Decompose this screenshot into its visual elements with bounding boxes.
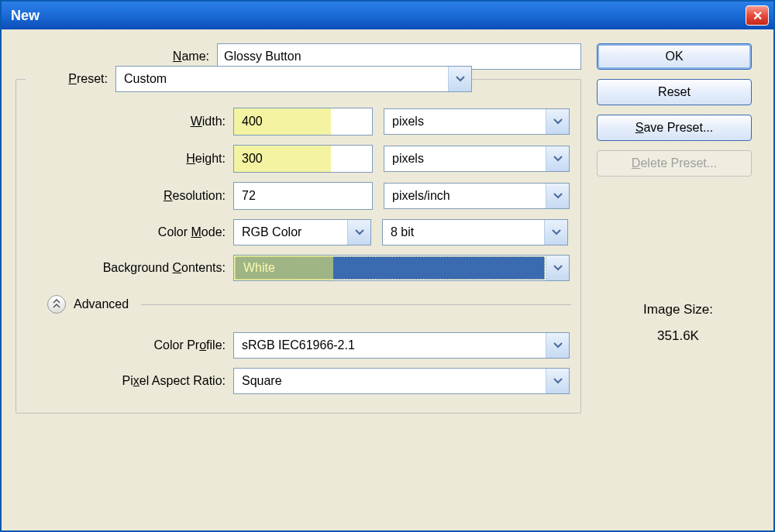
dialog-body: Name: Preset: Custom Width:: [2, 29, 773, 421]
close-button[interactable]: ✕: [746, 5, 769, 26]
advanced-toggle-row: Advanced: [47, 295, 571, 314]
reset-button[interactable]: Reset: [597, 79, 752, 105]
new-dialog: New ✕ Name: Preset: Custom: [0, 0, 775, 532]
colormode-label: Color Mode:: [26, 225, 233, 239]
save-preset-button[interactable]: Save Preset...: [597, 115, 752, 141]
pixelaspect-value: Square: [234, 369, 546, 393]
colormode-value: RGB Color: [234, 220, 347, 245]
background-row: Background Contents: White: [26, 255, 571, 281]
divider: [141, 304, 571, 305]
colormode-select[interactable]: RGB Color: [233, 219, 371, 245]
chevron-down-icon: [546, 146, 569, 171]
titlebar: New ✕: [2, 2, 773, 29]
dimension-rows: Width: pixels Height: pix: [26, 108, 571, 394]
height-unit-select[interactable]: pixels: [384, 146, 570, 172]
image-size-block: Image Size: 351.6K: [597, 302, 760, 355]
height-row: Height: pixels: [26, 145, 571, 173]
chevron-down-icon: [546, 369, 569, 393]
resolution-row: Resolution: pixels/inch: [26, 182, 571, 210]
colormode-row: Color Mode: RGB Color 8 bit: [26, 219, 571, 245]
colorprofile-select[interactable]: sRGB IEC61966-2.1: [233, 332, 570, 359]
width-unit-select[interactable]: pixels: [384, 108, 570, 135]
pixelaspect-row: Pixel Aspect Ratio: Square: [26, 368, 571, 394]
height-label: Height:: [26, 152, 233, 166]
preset-row: Preset: Custom: [26, 66, 571, 92]
background-label: Background Contents:: [26, 261, 233, 275]
close-icon: ✕: [753, 9, 763, 23]
resolution-input[interactable]: [233, 182, 373, 210]
resolution-unit-select[interactable]: pixels/inch: [384, 183, 570, 209]
colorprofile-value: sRGB IEC61966-2.1: [234, 333, 546, 358]
resolution-label: Resolution:: [26, 189, 233, 203]
resolution-unit-value: pixels/inch: [384, 184, 546, 208]
width-label: Width:: [26, 115, 233, 129]
dialog-title: New: [6, 8, 40, 24]
chevron-down-icon: [546, 109, 569, 134]
delete-preset-button: Delete Preset...: [597, 150, 752, 177]
width-input[interactable]: [233, 108, 373, 136]
colorprofile-row: Color Profile: sRGB IEC61966-2.1: [26, 332, 571, 359]
height-unit-value: pixels: [384, 146, 546, 171]
background-value: White: [235, 256, 545, 280]
bitdepth-select[interactable]: 8 bit: [382, 219, 568, 245]
image-size-value: 351.6K: [597, 328, 760, 344]
chevron-down-icon: [546, 184, 569, 208]
ok-button[interactable]: OK: [597, 43, 752, 70]
image-size-label: Image Size:: [597, 302, 760, 317]
settings-group: Preset: Custom Width: pixels: [16, 79, 581, 414]
chevron-down-icon: [546, 256, 569, 280]
width-row: Width: pixels: [26, 108, 571, 136]
pixelaspect-select[interactable]: Square: [233, 368, 570, 394]
right-column: OK Reset Save Preset... Delete Preset...…: [597, 43, 760, 414]
name-label: Name:: [16, 50, 217, 63]
height-input[interactable]: [233, 145, 373, 173]
preset-select[interactable]: Custom: [115, 66, 472, 92]
chevron-down-icon: [544, 220, 567, 245]
preset-value: Custom: [116, 67, 448, 91]
advanced-label: Advanced: [74, 297, 129, 311]
background-select[interactable]: White: [233, 255, 570, 281]
chevron-up-icon: [53, 299, 60, 311]
bitdepth-value: 8 bit: [383, 220, 544, 245]
chevron-down-icon: [347, 220, 370, 245]
pixelaspect-label: Pixel Aspect Ratio:: [26, 374, 233, 388]
advanced-toggle-button[interactable]: [47, 295, 66, 314]
left-column: Name: Preset: Custom Width:: [16, 43, 581, 414]
colorprofile-label: Color Profile:: [26, 338, 233, 352]
chevron-down-icon: [448, 67, 471, 91]
chevron-down-icon: [546, 333, 569, 358]
preset-label: Preset:: [26, 72, 115, 86]
width-unit-value: pixels: [384, 109, 546, 134]
